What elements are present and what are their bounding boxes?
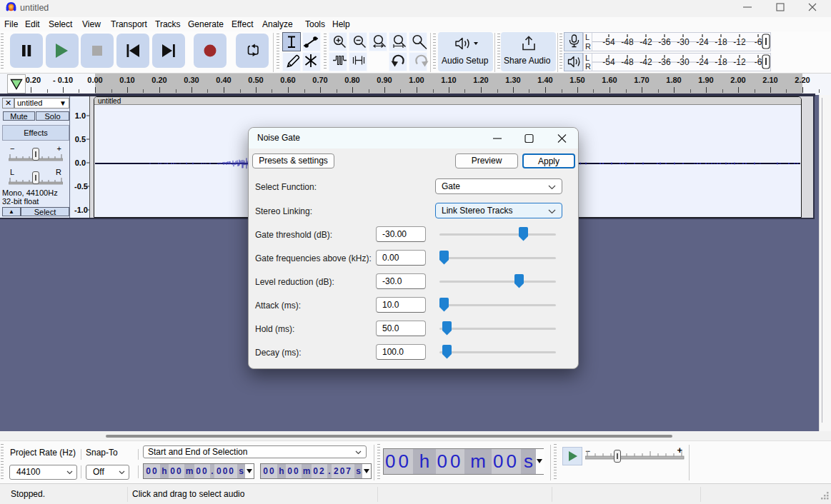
svg-text:-6: -6 — [755, 37, 762, 47]
svg-text:-48: -48 — [621, 37, 634, 47]
svg-text:-54: -54 — [602, 57, 615, 67]
svg-text:-12: -12 — [733, 37, 746, 47]
svg-text:-36: -36 — [658, 37, 671, 47]
svg-text:-42: -42 — [640, 37, 652, 47]
svg-text:-24: -24 — [696, 37, 709, 47]
svg-text:-24: -24 — [696, 57, 709, 67]
svg-text:-48: -48 — [621, 57, 634, 67]
svg-text:-30: -30 — [677, 37, 690, 47]
svg-text:-30: -30 — [677, 57, 690, 67]
svg-text:-6: -6 — [755, 57, 762, 67]
svg-text:-12: -12 — [733, 57, 746, 67]
svg-text:-36: -36 — [658, 57, 671, 67]
svg-text:-54: -54 — [602, 37, 615, 47]
svg-text:-18: -18 — [715, 37, 727, 47]
svg-text:-18: -18 — [715, 57, 727, 67]
svg-text:-42: -42 — [640, 57, 652, 67]
